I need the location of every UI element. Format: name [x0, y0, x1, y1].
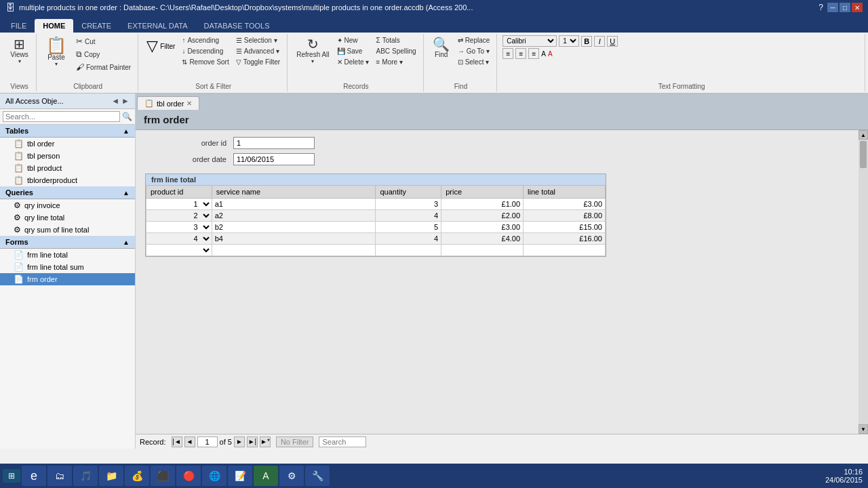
font-family-select[interactable]: Calibri [502, 35, 557, 47]
nav-item-frm-order[interactable]: 📄 frm order [0, 273, 135, 285]
ascending-button[interactable]: ↑ Ascending [179, 35, 231, 45]
replace-button[interactable]: ⇄ Replace [455, 35, 493, 45]
price-input[interactable] [441, 199, 523, 209]
selection-button[interactable]: ☰ Selection ▾ [233, 35, 283, 45]
nav-pane-collapse-icon[interactable]: ► [121, 96, 130, 106]
totals-button[interactable]: Σ Totals [373, 35, 418, 45]
product-id-select[interactable]: 3 [199, 222, 212, 232]
queries-section-header[interactable]: Queries ▲ [0, 186, 135, 199]
order-date-input[interactable] [233, 153, 315, 165]
product-id-select[interactable]: 2 [199, 211, 212, 220]
tab-home[interactable]: HOME [35, 19, 73, 33]
price-input[interactable] [441, 222, 523, 232]
descending-button[interactable]: ↓ Descending [179, 46, 231, 56]
service-name-input[interactable] [212, 222, 376, 232]
nav-item-qry-invoice[interactable]: ⚙ qry invoice [0, 199, 135, 211]
service-name-input[interactable] [212, 233, 376, 244]
align-right-button[interactable]: ≡ [528, 48, 539, 59]
find-button[interactable]: 🔍 Find [429, 35, 454, 60]
start-button[interactable]: ⊞ [3, 469, 20, 483]
first-record-button[interactable]: |◄ [172, 436, 182, 447]
new-record-button[interactable]: ✦ New [334, 35, 372, 45]
underline-button[interactable]: U [607, 36, 618, 47]
nav-item-frm-line-total-sum[interactable]: 📄 frm line total sum [0, 261, 135, 273]
nav-item-tbl-person[interactable]: 📋 tbl person [0, 150, 135, 162]
prev-record-button[interactable]: ◄ [184, 436, 195, 447]
taskbar-ie[interactable]: e [22, 466, 46, 486]
format-painter-button[interactable]: 🖌 Format Painter [73, 61, 134, 73]
advanced-button[interactable]: ☰ Advanced ▾ [233, 46, 283, 56]
tables-section-header[interactable]: Tables ▲ [0, 125, 135, 138]
taskbar-explorer[interactable]: 🗂 [47, 466, 72, 486]
tab-create[interactable]: CREATE [73, 19, 119, 33]
next-record-button[interactable]: ► [234, 436, 245, 447]
italic-button[interactable]: I [594, 36, 605, 47]
copy-button[interactable]: ⧉ Copy [73, 48, 134, 60]
taskbar-settings[interactable]: ⚙ [279, 466, 304, 486]
price-input[interactable] [441, 233, 523, 244]
paste-button[interactable]: 📋 Paste ▾ [42, 35, 71, 69]
line-total-input[interactable] [524, 222, 605, 232]
product-id-select[interactable]: 1 [199, 199, 212, 209]
minimize-button[interactable]: ─ [827, 3, 838, 12]
quantity-input[interactable] [376, 233, 441, 244]
price-input[interactable] [441, 245, 523, 256]
nav-item-tbl-product[interactable]: 📋 tbl product [0, 162, 135, 174]
no-filter-button[interactable]: No Filter [276, 436, 314, 447]
taskbar-music[interactable]: 🎵 [73, 466, 98, 486]
line-total-input[interactable] [524, 199, 605, 209]
line-total-input[interactable] [524, 233, 605, 244]
price-input[interactable] [441, 210, 523, 221]
maximize-button[interactable]: □ [840, 3, 850, 12]
nav-search-input[interactable] [3, 111, 120, 122]
view-button[interactable]: ⊞ Views ▾ [7, 35, 32, 66]
delete-button[interactable]: ✕ Delete ▾ [334, 57, 372, 67]
scroll-thumb[interactable] [860, 141, 867, 168]
line-total-input[interactable] [524, 210, 605, 221]
remove-sort-button[interactable]: ⇅ Remove Sort [179, 57, 231, 67]
last-record-button[interactable]: ►| [247, 436, 258, 447]
vertical-scrollbar[interactable]: ▲ ▼ [859, 130, 868, 434]
nav-item-qry-line-total[interactable]: ⚙ qry line total [0, 211, 135, 224]
more-button[interactable]: ≡ More ▾ [373, 57, 418, 67]
quantity-input[interactable] [376, 199, 441, 209]
service-name-input[interactable] [212, 210, 376, 221]
taskbar-item-7[interactable]: 🔴 [176, 466, 201, 486]
service-name-input[interactable] [212, 245, 376, 256]
quantity-input[interactable] [376, 222, 441, 232]
product-id-select[interactable]: 4 [199, 234, 212, 243]
goto-button[interactable]: → Go To ▾ [455, 46, 493, 56]
nav-item-frm-line-total[interactable]: 📄 frm line total [0, 249, 135, 261]
order-id-input[interactable] [233, 137, 315, 149]
taskbar-finance[interactable]: 💰 [125, 466, 149, 486]
align-left-button[interactable]: ≡ [502, 48, 513, 59]
scroll-up-button[interactable]: ▲ [859, 130, 868, 140]
select-button[interactable]: ⊡ Select ▾ [455, 57, 493, 67]
line-total-input[interactable] [524, 245, 605, 256]
filter-button[interactable]: ▽ Filter [144, 35, 178, 57]
toggle-filter-button[interactable]: ▽ Toggle Filter [233, 57, 283, 67]
taskbar-tools[interactable]: 🔧 [305, 466, 330, 486]
form-tab[interactable]: 📋 tbl order ✕ [137, 96, 199, 110]
font-size-select[interactable]: 11 [559, 35, 579, 47]
search-input[interactable] [319, 436, 366, 447]
close-button[interactable]: ✕ [852, 3, 863, 12]
align-center-button[interactable]: ≡ [515, 48, 526, 59]
product-id-select-empty[interactable] [184, 245, 212, 255]
taskbar-browser[interactable]: 🌐 [202, 466, 226, 486]
taskbar-cmd[interactable]: ⬛ [151, 466, 175, 486]
spelling-button[interactable]: ABC Spelling [373, 46, 418, 56]
refresh-all-button[interactable]: ↻ Refresh All ▾ [293, 35, 332, 66]
service-name-input[interactable] [212, 199, 376, 209]
current-record-input[interactable] [197, 436, 218, 447]
help-button[interactable]: ? [818, 3, 823, 12]
nav-item-qry-sum-line-total[interactable]: ⚙ qry sum of line total [0, 224, 135, 236]
save-button[interactable]: 💾 Save [334, 46, 372, 56]
nav-pane-expand-icon[interactable]: ◄ [111, 96, 119, 106]
quantity-input[interactable] [376, 245, 441, 256]
tab-close-button[interactable]: ✕ [186, 100, 192, 107]
scroll-down-button[interactable]: ▼ [859, 424, 868, 434]
taskbar-access[interactable]: A [254, 466, 278, 486]
taskbar-word[interactable]: 📝 [228, 466, 252, 486]
tab-file[interactable]: FILE [3, 19, 35, 33]
